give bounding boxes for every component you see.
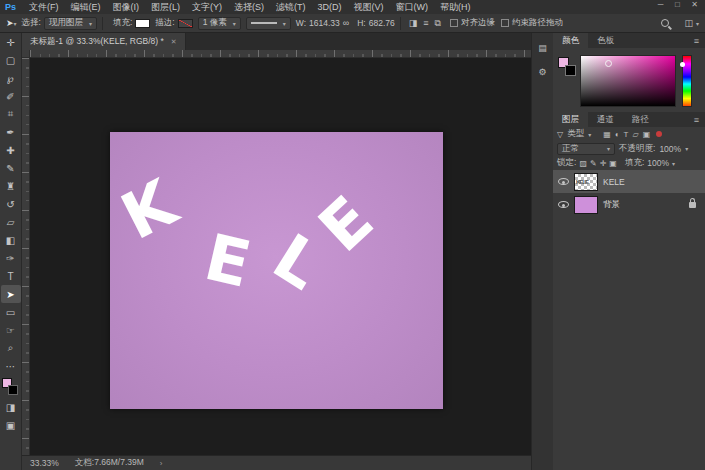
eyedropper-tool[interactable]: ✒ <box>1 123 21 141</box>
quick-selection-tool[interactable]: ✐ <box>1 87 21 105</box>
height-label: H: <box>357 18 366 28</box>
healing-brush-tool[interactable]: ✚ <box>1 141 21 159</box>
chevron-down-icon: ▾ <box>696 20 699 27</box>
filter-toggle-icon[interactable] <box>656 131 662 137</box>
background-color-swatch[interactable] <box>565 65 576 76</box>
crop-tool[interactable]: ⌗ <box>1 105 21 123</box>
tab-paths[interactable]: 路径 <box>623 112 658 127</box>
menu-type[interactable]: 文字(Y) <box>186 1 228 14</box>
filter-type-label[interactable]: 类型 <box>567 128 584 140</box>
filter-type-layers-icon[interactable]: T <box>624 130 629 139</box>
menu-edit[interactable]: 编辑(E) <box>65 1 107 14</box>
menu-help[interactable]: 帮助(H) <box>434 1 477 14</box>
hand-tool[interactable]: ☞ <box>1 321 21 339</box>
menu-view[interactable]: 视图(V) <box>348 1 390 14</box>
lock-position-icon[interactable]: ✛ <box>600 159 607 168</box>
layer-row-background[interactable]: 背景 <box>553 193 705 216</box>
fill-value[interactable]: 100% <box>647 158 669 168</box>
vertical-ruler[interactable] <box>22 58 30 455</box>
eraser-tool[interactable]: ▱ <box>1 213 21 231</box>
pen-tool[interactable]: ✑ <box>1 249 21 267</box>
path-operations-icon[interactable]: ◨ <box>409 18 418 28</box>
zoom-tool[interactable]: ⌕ <box>1 339 21 357</box>
blend-mode-value: 正常 <box>562 143 579 155</box>
search-icon[interactable] <box>661 19 669 27</box>
align-edges-checkbox[interactable] <box>450 19 458 27</box>
link-dimensions-icon[interactable]: ∞ <box>343 18 349 28</box>
history-brush-tool[interactable]: ↺ <box>1 195 21 213</box>
current-tool-icon[interactable]: ➤ <box>6 18 14 28</box>
panel-menu-icon[interactable]: ≡ <box>688 112 705 127</box>
brush-tool[interactable]: ✎ <box>1 159 21 177</box>
layer-thumbnail[interactable]: KELE <box>574 173 598 191</box>
gradient-tool[interactable]: ◧ <box>1 231 21 249</box>
ruler-corner <box>22 50 30 58</box>
color-field-marker[interactable] <box>605 60 612 67</box>
stroke-type-dropdown[interactable]: ▾ <box>246 17 291 30</box>
clone-stamp-tool[interactable]: ♜ <box>1 177 21 195</box>
workspace-switcher-icon[interactable]: ◫ <box>684 18 693 28</box>
panel-menu-icon[interactable]: ≡ <box>688 33 705 48</box>
maximize-button[interactable]: □ <box>669 0 686 9</box>
filter-pixel-layers-icon[interactable]: ▦ <box>603 130 611 139</box>
menu-layer[interactable]: 图层(L) <box>145 1 186 14</box>
marquee-tool[interactable]: ▢ <box>1 51 21 69</box>
zoom-level-field[interactable]: 33.33% <box>30 458 59 468</box>
lock-pixels-icon[interactable]: ✎ <box>590 159 597 168</box>
menu-image[interactable]: 图像(I) <box>107 1 146 14</box>
close-icon[interactable]: ✕ <box>171 38 177 46</box>
tab-channels[interactable]: 通道 <box>588 112 623 127</box>
select-scope-dropdown[interactable]: 现用图层 ▾ <box>44 17 97 30</box>
menu-select[interactable]: 选择(S) <box>228 1 270 14</box>
width-value-field[interactable]: 1614.33 <box>309 18 340 28</box>
lock-transparent-icon[interactable]: ▨ <box>579 159 587 168</box>
edit-toolbar-icon[interactable]: ⋯ <box>1 357 21 375</box>
type-tool[interactable]: T <box>1 267 21 285</box>
close-button[interactable]: ✕ <box>686 0 703 9</box>
layer-row-kele[interactable]: KELE KELE <box>553 170 705 193</box>
path-selection-tool[interactable]: ➤ <box>1 285 21 303</box>
tab-swatches[interactable]: 色板 <box>588 33 623 48</box>
move-tool[interactable]: ✛ <box>1 33 21 51</box>
lasso-tool[interactable]: ℘ <box>1 69 21 87</box>
tab-layers[interactable]: 图层 <box>553 112 588 127</box>
hue-slider[interactable] <box>682 55 692 107</box>
path-alignment-icon[interactable]: ≡ <box>423 18 428 28</box>
properties-panel-icon[interactable]: ▤ <box>535 41 551 55</box>
filter-smart-objects-icon[interactable]: ▣ <box>643 130 651 139</box>
lock-all-icon[interactable]: ▣ <box>609 159 617 168</box>
stroke-color-swatch[interactable] <box>178 19 193 28</box>
filter-adjustment-layers-icon[interactable]: ◐ <box>615 130 620 139</box>
layer-thumbnail[interactable] <box>574 196 598 214</box>
hue-slider-marker[interactable] <box>680 62 685 67</box>
document-tab[interactable]: 未标题-1 @ 33.3%(KELE, RGB/8) * ✕ <box>22 33 186 50</box>
visibility-eye-icon[interactable] <box>558 201 569 208</box>
horizontal-ruler[interactable] <box>30 50 531 58</box>
menu-file[interactable]: 文件(F) <box>23 1 65 14</box>
opacity-value[interactable]: 100% <box>659 144 681 154</box>
quick-mask-button[interactable]: ◨ <box>1 398 21 416</box>
canvas[interactable]: K E L E <box>110 132 443 409</box>
background-color-swatch[interactable] <box>8 385 18 395</box>
height-value-field[interactable]: 682.76 <box>369 18 395 28</box>
menu-filter[interactable]: 滤镜(T) <box>270 1 312 14</box>
visibility-eye-icon[interactable] <box>558 178 569 185</box>
tool-preset-chevron-icon[interactable]: ▾ <box>14 20 17 27</box>
adjustments-panel-icon[interactable]: ⚙ <box>535 65 551 79</box>
layers-panel: 图层 通道 路径 ≡ ▽ 类型 ▾ ▦ ◐ T ▱ ▣ 正常 ▾ 不透明度: 1… <box>553 112 705 470</box>
screen-mode-button[interactable]: ▣ <box>1 416 21 434</box>
menu-window[interactable]: 窗口(W) <box>390 1 435 14</box>
panel-column: 颜色 色板 ≡ 图层 通道 路径 ≡ ▽ 类型 ▾ ▦ ◐ T ▱ ▣ <box>553 33 705 470</box>
tab-color[interactable]: 颜色 <box>553 33 588 48</box>
blend-mode-dropdown[interactable]: 正常 ▾ <box>557 143 615 155</box>
stroke-width-dropdown[interactable]: 1 像素 ▾ <box>198 17 241 30</box>
fill-color-swatch[interactable] <box>135 19 150 28</box>
saturation-brightness-field[interactable] <box>580 55 676 107</box>
shape-tool[interactable]: ▭ <box>1 303 21 321</box>
minimize-button[interactable]: ─ <box>652 0 669 9</box>
constrain-path-drag-checkbox[interactable] <box>501 19 509 27</box>
menu-3d[interactable]: 3D(D) <box>312 2 348 12</box>
path-arrangement-icon[interactable]: ⧉ <box>435 18 441 29</box>
status-chevron-icon[interactable]: › <box>160 459 163 468</box>
filter-shape-layers-icon[interactable]: ▱ <box>632 130 638 139</box>
